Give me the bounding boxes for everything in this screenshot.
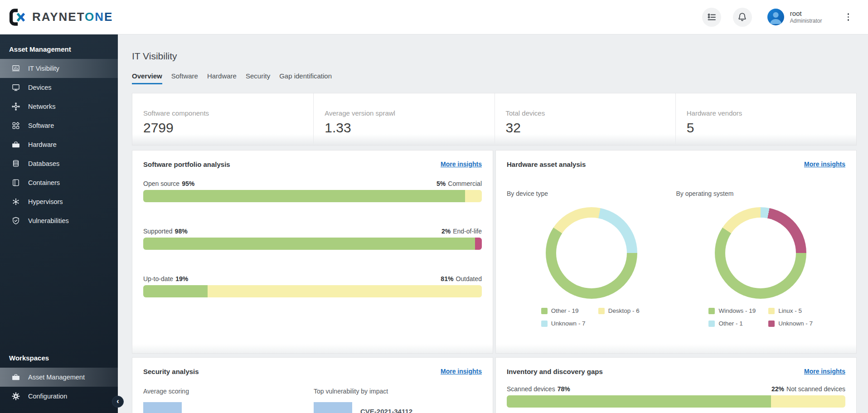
- main-content: IT Visibility Overview Software Hardware…: [118, 34, 868, 413]
- legend-item: Other - 19: [541, 307, 586, 314]
- person-icon: [767, 9, 784, 25]
- legend-item: Unknown - 7: [768, 320, 813, 327]
- donut-title: By operating system: [676, 190, 846, 197]
- legend-swatch: [768, 321, 775, 327]
- tab-overview[interactable]: Overview: [132, 72, 162, 84]
- kpi-value: 2799: [143, 120, 313, 136]
- brand-name: RAYNETONE: [32, 10, 113, 24]
- security-average-scoring: Average scoring: [143, 388, 314, 413]
- kpi-software-components: Software components 2799: [132, 93, 313, 145]
- more-insights-link[interactable]: More insights: [804, 160, 845, 168]
- app-window: RAYNETONE: [0, 0, 868, 413]
- donut-chart-device-type: [546, 207, 637, 299]
- tab-software[interactable]: Software: [171, 72, 198, 84]
- sidebar-collapse-button[interactable]: ‹: [112, 396, 124, 408]
- user-info: root Administrator: [790, 10, 822, 25]
- page-title: IT Visibility: [132, 51, 857, 62]
- panel-title: Inventory and discovery gaps: [507, 368, 603, 375]
- stacked-bar: [143, 190, 482, 202]
- sidebar-item-software[interactable]: Software: [0, 116, 118, 135]
- it-visibility-icon: [11, 64, 20, 73]
- more-insights-link[interactable]: More insights: [441, 160, 482, 168]
- sidebar-item-devices[interactable]: Devices: [0, 78, 118, 97]
- sidebar-spacer: [0, 230, 118, 343]
- sidebar-item-hardware[interactable]: Hardware: [0, 135, 118, 154]
- donut-chart-operating-system: [715, 207, 806, 299]
- kpi-label: Software components: [143, 109, 313, 117]
- sidebar-item-databases[interactable]: Databases: [0, 154, 118, 173]
- bar-segment-left: [507, 395, 771, 408]
- more-insights-link[interactable]: More insights: [804, 368, 845, 375]
- task-list-button[interactable]: [702, 8, 721, 27]
- bar-segment-left: [143, 238, 475, 250]
- bar-segment-right: [475, 238, 482, 250]
- legend-swatch: [708, 321, 715, 327]
- panel-title: Hardware asset analysis: [507, 160, 586, 168]
- top-bar: RAYNETONE: [0, 0, 868, 34]
- toolbox-icon: [11, 140, 20, 149]
- sidebar-item-it-visibility[interactable]: IT Visibility: [0, 59, 118, 78]
- gear-icon: [11, 392, 20, 401]
- sidebar-item-networks[interactable]: Networks: [0, 97, 118, 116]
- tab-bar: Overview Software Hardware Security Gap …: [132, 72, 857, 84]
- score-box: [314, 402, 352, 413]
- sidebar-item-containers[interactable]: Containers: [0, 173, 118, 192]
- panel-title: Software portfolio analysis: [143, 160, 230, 168]
- legend-swatch: [598, 308, 605, 314]
- kpi-label: Hardware vendors: [687, 109, 856, 117]
- donut-title: By device type: [507, 190, 676, 197]
- donut-legend: Windows - 19 Linux - 5 Other - 1 Unknown…: [708, 307, 813, 327]
- brand-logo[interactable]: RAYNETONE: [9, 8, 113, 26]
- donut-by-device-type: By device type Other - 19 Desktop - 6 Un…: [507, 190, 676, 327]
- legend-item: Unknown - 7: [541, 320, 586, 327]
- user-name: root: [790, 10, 822, 18]
- score-box: [143, 402, 182, 413]
- kpi-label: Average version sprawl: [325, 109, 494, 117]
- sidebar-item-hypervisors[interactable]: Hypervisors: [0, 192, 118, 211]
- sidebar-item-vulnerabilities[interactable]: Vulnerabilities: [0, 211, 118, 230]
- panel-security-analysis: Security analysis More insights Average …: [132, 357, 493, 413]
- bar-row-open-source: Open source95% 5%Commercial: [143, 180, 482, 202]
- legend-swatch: [541, 308, 548, 314]
- legend-item: Linux - 5: [768, 307, 813, 314]
- overflow-menu-button[interactable]: [845, 10, 852, 24]
- bar-row-up-to-date: Up-to-date19% 81%Outdated: [143, 275, 482, 297]
- legend-swatch: [708, 308, 715, 314]
- stacked-bar: [507, 395, 845, 408]
- bar-segment-left: [143, 285, 208, 297]
- hypervisor-icon: [11, 197, 20, 206]
- bar-row-supported: Supported98% 2%End-of-life: [143, 228, 482, 250]
- workspace-item-configuration[interactable]: Configuration: [0, 387, 118, 406]
- bar-row-scanned-devices: Scanned devices78% 22%Not scanned device…: [507, 385, 845, 408]
- kpi-total-devices: Total devices 32: [495, 93, 675, 145]
- kpi-label: Total devices: [506, 109, 675, 117]
- tab-security[interactable]: Security: [246, 72, 270, 84]
- notifications-button[interactable]: [733, 8, 752, 27]
- top-bar-actions: root Administrator: [702, 8, 852, 27]
- cve-id[interactable]: CVE-2021-34112: [360, 408, 412, 413]
- monitor-icon: [11, 83, 20, 92]
- legend-item: Windows - 19: [708, 307, 756, 314]
- workspace-item-asset-management[interactable]: Asset Management: [0, 368, 118, 387]
- more-insights-link[interactable]: More insights: [441, 368, 482, 375]
- user-menu[interactable]: root Administrator: [767, 9, 822, 25]
- tab-hardware[interactable]: Hardware: [207, 72, 237, 84]
- legend-swatch: [541, 321, 548, 327]
- kpi-average-version-sprawl: Average version sprawl 1.33: [313, 93, 494, 145]
- shield-check-icon: [11, 216, 20, 225]
- bar-segment-right: [465, 190, 482, 202]
- bar-segment-right: [208, 285, 482, 297]
- stacked-bar: [143, 238, 482, 250]
- legend-item: Other - 1: [708, 320, 756, 327]
- tab-gap-identification[interactable]: Gap identification: [279, 72, 332, 84]
- kpi-row: Software components 2799 Average version…: [132, 93, 857, 146]
- kpi-value: 32: [506, 120, 675, 136]
- panel-grid: Software portfolio analysis More insight…: [132, 150, 857, 413]
- stacked-bar: [143, 285, 482, 297]
- avatar: [767, 9, 784, 25]
- panel-hardware-asset: Hardware asset analysis More insights By…: [495, 150, 857, 354]
- brand-logo-icon: [9, 8, 27, 26]
- user-role: Administrator: [790, 18, 822, 24]
- bar-segment-right: [771, 395, 845, 408]
- donut-legend: Other - 19 Desktop - 6 Unknown - 7: [541, 307, 642, 327]
